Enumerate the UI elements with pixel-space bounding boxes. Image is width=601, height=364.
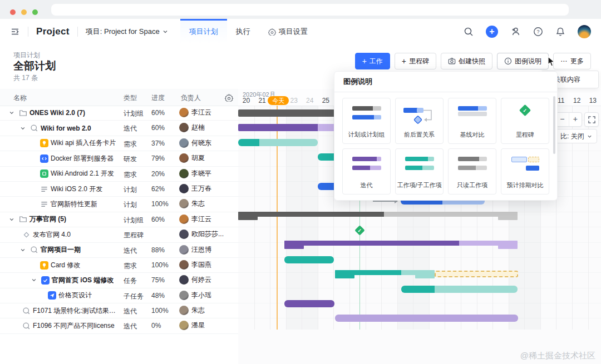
owner-name: 欧阳莎莎... xyxy=(191,230,224,239)
expand-icon xyxy=(588,116,595,123)
plan-list-icon xyxy=(40,185,48,193)
table-row[interactable]: Docker 部署到服务器研发79%胡夏 xyxy=(0,151,238,166)
column-header-type: 类型 xyxy=(124,93,137,103)
table-row[interactable]: 官网项目一期迭代88%汪恩博 xyxy=(0,243,238,258)
info-icon xyxy=(504,57,512,65)
task-progress: 37% xyxy=(151,139,165,147)
notifications-bell-icon[interactable] xyxy=(555,27,565,37)
gantt-bar[interactable] xyxy=(335,270,435,278)
add-work-button[interactable]: +工作 xyxy=(355,53,390,69)
table-row[interactable]: Wiki for web 2.0迭代60%赵楠 xyxy=(0,121,238,136)
column-header-name: 名称 xyxy=(13,93,27,103)
expand-chevron-icon[interactable] xyxy=(9,110,17,116)
table-row[interactable]: F1071 场景特化:测试结果…迭代100%朱志 xyxy=(0,303,238,318)
task-progress: 48% xyxy=(151,292,165,300)
tab-project-settings[interactable]: 项目设置 xyxy=(259,19,317,44)
zoom-in-button[interactable]: + xyxy=(569,113,582,126)
tab-execute[interactable]: 执行 xyxy=(227,19,259,44)
avatar xyxy=(179,321,189,330)
table-row[interactable]: Card 修改需求100%李国燕 xyxy=(0,258,238,273)
expand-chevron-icon[interactable] xyxy=(9,217,17,222)
more-button[interactable]: ⋯更多 xyxy=(553,53,591,69)
avatar xyxy=(179,215,189,224)
watermark: @稀土掘金技术社区 xyxy=(520,351,595,361)
iteration-icon xyxy=(30,124,38,132)
task-owner: 朱志 xyxy=(179,199,205,208)
address-bar[interactable] xyxy=(51,4,569,16)
table-row[interactable]: Wiki api 插入任务卡片需求37%何晓东 xyxy=(0,136,238,151)
legend-label: 里程碑 xyxy=(516,131,534,139)
task-type: 计划组 xyxy=(124,216,144,225)
table-row[interactable]: ONES Wiki 2.0 (7)计划组60%李江云 xyxy=(0,106,238,121)
legend-label: 工作项/子工作项 xyxy=(397,181,441,190)
owner-name: 李江云 xyxy=(191,215,211,224)
zoom-out-button[interactable]: − xyxy=(556,113,569,126)
table-row[interactable]: F1096 不同产品不同license迭代0%潘星 xyxy=(0,318,238,333)
bar-segment xyxy=(284,241,459,246)
task-owner: 李江云 xyxy=(179,215,211,224)
task-name: 万事官网 (5) xyxy=(29,215,66,224)
expand-chevron-icon[interactable] xyxy=(31,277,39,283)
gantt-bar[interactable] xyxy=(238,139,318,146)
nav-tabs: 项目计划 执行 项目设置 xyxy=(180,19,317,44)
gantt-bar[interactable] xyxy=(284,300,334,307)
avatar xyxy=(179,138,189,148)
expand-chevron-icon[interactable] xyxy=(20,126,28,131)
table-row[interactable]: Wiki Android 2.1 开发需求20%李晓平 xyxy=(0,167,238,182)
milestone-icon xyxy=(22,231,31,239)
collapse-sidebar-icon[interactable] xyxy=(10,27,20,37)
maximize-window-icon[interactable] xyxy=(32,9,38,15)
task-owner: 李晓平 xyxy=(179,169,211,178)
task-type: 迭代 xyxy=(124,124,137,133)
gantt-bar[interactable] xyxy=(284,256,334,263)
nav-actions: + ? xyxy=(464,25,591,38)
gantt-bar[interactable] xyxy=(401,286,518,293)
add-milestone-button[interactable]: +里程碑 xyxy=(395,53,436,69)
table-row[interactable]: 发布官网 4.0里程碑欧阳莎莎... xyxy=(0,227,238,242)
table-row[interactable]: 官网首页 iOS 端修改任务75%何婷云 xyxy=(0,273,238,288)
gantt-bar[interactable] xyxy=(335,315,518,322)
bar-segment xyxy=(401,286,435,293)
compare-dropdown[interactable]: 比: 关闭 xyxy=(555,129,597,143)
bar-segment xyxy=(384,212,518,217)
table-row[interactable]: 官网新特性更新计划100%朱志 xyxy=(0,197,238,212)
table-row[interactable]: 价格页设计子任务48%李小瑶 xyxy=(0,288,238,303)
task-progress: 62% xyxy=(151,185,165,193)
create-snapshot-button[interactable]: 创建快照 xyxy=(441,53,492,69)
table-header: 名称 类型 进度 负责人 xyxy=(0,89,238,106)
plan-list-icon xyxy=(40,200,48,208)
gantt-bar[interactable] xyxy=(284,241,518,249)
tab-project-plan[interactable]: 项目计划 xyxy=(180,19,227,44)
legend-label: 迭代 xyxy=(361,181,373,190)
help-icon[interactable]: ? xyxy=(533,27,543,37)
table-row[interactable]: 万事官网 (5)计划组60%李江云 xyxy=(0,212,238,227)
popup-scrollbar[interactable] xyxy=(553,96,555,154)
bar-end-tab xyxy=(335,270,354,278)
gantt-bar[interactable] xyxy=(238,212,518,220)
task-name: Wiki api 插入任务卡片 xyxy=(51,138,116,148)
task-owner: 朱志 xyxy=(179,306,205,315)
invite-member-icon[interactable] xyxy=(510,26,521,37)
bar-end-tab xyxy=(284,241,304,249)
feature-icon xyxy=(40,169,48,178)
owner-name: 何晓东 xyxy=(191,138,211,148)
close-window-icon[interactable] xyxy=(10,9,16,15)
table-row[interactable]: Wiki iOS 2.0 开发计划62%王万春 xyxy=(0,182,238,197)
create-button[interactable]: + xyxy=(486,26,498,38)
user-avatar[interactable] xyxy=(578,25,591,38)
task-name: 价格页设计 xyxy=(58,291,92,300)
legend-button[interactable]: 图例说明 xyxy=(497,53,549,69)
legend-label: 预计排期对比 xyxy=(507,181,544,190)
search-icon[interactable] xyxy=(464,27,474,37)
column-settings-gear-icon[interactable] xyxy=(225,93,233,103)
minimize-window-icon[interactable] xyxy=(21,9,27,15)
fullscreen-button[interactable] xyxy=(584,112,599,127)
forecast-schedule-bar[interactable] xyxy=(435,271,518,277)
expand-chevron-icon[interactable] xyxy=(20,247,28,253)
project-selector-label: 项目: Project for Space xyxy=(86,27,160,37)
task-type: 计划 xyxy=(124,200,137,210)
today-marker[interactable]: 今天 xyxy=(268,96,289,105)
task-owner: 潘星 xyxy=(179,321,205,330)
bar-segment xyxy=(238,124,318,131)
project-selector[interactable]: 项目: Project for Space xyxy=(86,27,168,37)
